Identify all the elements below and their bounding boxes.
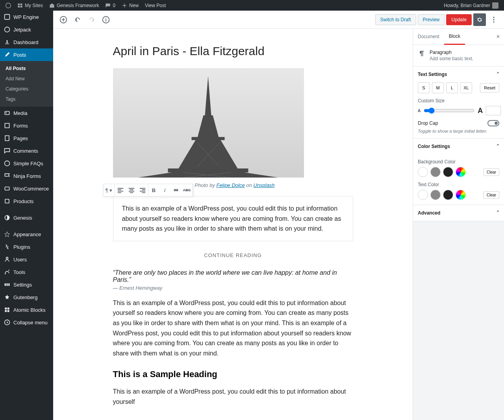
swatch-custom[interactable] xyxy=(456,167,466,177)
sidebar-sub-add-new[interactable]: Add New xyxy=(0,74,53,84)
custom-size-input[interactable] xyxy=(486,106,501,115)
menu-icon xyxy=(4,14,10,20)
sidebar-item-posts[interactable]: Posts xyxy=(0,48,53,61)
wp-logo[interactable] xyxy=(2,0,14,11)
sidebar-item-gutenberg[interactable]: Gutenberg xyxy=(0,291,53,303)
avatar xyxy=(492,2,498,9)
size-l-button[interactable]: L xyxy=(446,82,458,93)
sidebar-item-genesis[interactable]: Genesis xyxy=(0,211,53,224)
preview-button[interactable]: Preview xyxy=(418,14,445,25)
post-title[interactable]: April in Paris - Ella Fitzgerald xyxy=(113,44,353,58)
my-sites[interactable]: My Sites xyxy=(14,0,46,11)
switch-draft-button[interactable]: Switch to Draft xyxy=(375,14,416,25)
sidebar-item-collapse-menu[interactable]: Collapse menu xyxy=(0,316,53,329)
sidebar-sub-all-posts[interactable]: All Posts xyxy=(0,63,53,74)
caption-author-link[interactable]: Felipe Dolce xyxy=(216,182,245,188)
sidebar-item-dashboard[interactable]: Dashboard xyxy=(0,36,53,48)
link-button[interactable] xyxy=(170,184,182,196)
sidebar-sub-tags[interactable]: Tags xyxy=(0,94,53,104)
sidebar-item-plugins[interactable]: Plugins xyxy=(0,241,53,253)
sidebar-item-products[interactable]: Products xyxy=(0,195,53,207)
menu-icon xyxy=(4,244,10,250)
italic-button[interactable]: I xyxy=(159,184,170,196)
heading[interactable]: This is a Sample Heading xyxy=(113,369,353,379)
continue-reading[interactable]: CONTINUE READING xyxy=(113,252,353,258)
paragraph-block[interactable]: This is an example of a WordPress post, … xyxy=(113,196,353,241)
custom-size-label: Custom Size xyxy=(418,98,499,104)
swatch-gray[interactable] xyxy=(430,167,441,177)
paragraph[interactable]: This is an example of a WordPress post, … xyxy=(113,298,353,359)
sidebar-item-pages[interactable]: Pages xyxy=(0,132,53,144)
sidebar-item-media[interactable]: Media xyxy=(0,107,53,119)
chevron-up-icon: ˄ xyxy=(497,71,499,78)
menu-icon xyxy=(4,26,10,33)
sidebar-item-appearance[interactable]: Appearance xyxy=(0,228,53,241)
undo-button[interactable] xyxy=(71,13,84,26)
sidebar-item-atomic-blocks[interactable]: Atomic Blocks xyxy=(0,303,53,316)
align-right-button[interactable] xyxy=(137,184,148,196)
sidebar-sub-categories[interactable]: Categories xyxy=(0,84,53,94)
new-link[interactable]: New xyxy=(119,0,142,11)
caption-source-link[interactable]: Unsplash xyxy=(253,182,274,188)
sidebar-item-ninja-forms[interactable]: Ninja Forms xyxy=(0,170,53,182)
bg-clear-button[interactable]: Clear xyxy=(484,168,499,176)
size-m-button[interactable]: M xyxy=(432,82,444,93)
sidebar-item-settings[interactable]: Settings xyxy=(0,278,53,291)
svg-rect-8 xyxy=(5,136,9,141)
menu-icon xyxy=(4,39,10,45)
panel-text-settings[interactable]: Text Settings˄ xyxy=(413,67,504,82)
align-center-button[interactable] xyxy=(126,184,137,196)
sidebar-item-wp-engine[interactable]: WP Engine xyxy=(0,11,53,23)
panel-color-settings[interactable]: Color Settings˄ xyxy=(413,139,504,154)
update-button[interactable]: Update xyxy=(446,14,472,25)
paragraph[interactable]: This is an example of a WordPress post, … xyxy=(113,387,353,407)
add-block-button[interactable] xyxy=(57,13,70,26)
swatch-white[interactable] xyxy=(418,190,428,200)
featured-image[interactable] xyxy=(113,68,304,178)
comments-count: 0 xyxy=(113,3,115,8)
view-post-link[interactable]: View Post xyxy=(142,0,169,11)
text-clear-button[interactable]: Clear xyxy=(484,191,499,199)
comments-link[interactable]: 0 xyxy=(102,0,119,11)
custom-size-slider[interactable] xyxy=(424,107,474,114)
more-menu-button[interactable] xyxy=(487,13,500,26)
menu-icon xyxy=(4,122,10,129)
drop-cap-toggle[interactable] xyxy=(487,120,499,126)
swatch-black[interactable] xyxy=(443,167,453,177)
tab-document[interactable]: Document xyxy=(413,29,444,44)
large-a-icon: A xyxy=(478,107,483,115)
image-caption[interactable]: Photo by Felipe Dolce on Unsplash xyxy=(195,182,275,188)
block-type-button[interactable]: ¶ ▾ xyxy=(104,184,115,196)
sidebar-item-tools[interactable]: Tools xyxy=(0,266,53,278)
settings-toggle[interactable] xyxy=(473,13,486,26)
howdy[interactable]: Howdy, Brian Gardner xyxy=(441,0,502,11)
reset-size-button[interactable]: Reset xyxy=(480,83,499,93)
quote-text[interactable]: “There are only two places in the world … xyxy=(113,269,353,283)
sidebar-item-comments[interactable]: Comments xyxy=(0,144,53,157)
quote-citation[interactable]: — Ernest Hemingway xyxy=(113,285,353,291)
sidebar-item-forms[interactable]: Forms xyxy=(0,119,53,132)
swatch-custom[interactable] xyxy=(456,190,466,200)
inspector-sidebar: Document Block ✕ Paragraph Add some basi… xyxy=(413,29,504,420)
close-inspector-button[interactable]: ✕ xyxy=(492,30,504,43)
menu-icon xyxy=(4,256,10,263)
site-title-label: Genesis Framework xyxy=(57,3,99,8)
panel-advanced[interactable]: Advanced˅ xyxy=(413,205,504,221)
align-left-button[interactable] xyxy=(115,184,126,196)
sidebar-item-jetpack[interactable]: Jetpack xyxy=(0,23,53,36)
swatch-white[interactable] xyxy=(418,167,428,177)
info-button[interactable] xyxy=(100,13,112,26)
sidebar-item-woocommerce[interactable]: WooCommerce xyxy=(0,182,53,195)
swatch-gray[interactable] xyxy=(430,190,441,200)
site-link[interactable]: Genesis Framework xyxy=(46,0,102,11)
swatch-black[interactable] xyxy=(443,190,453,200)
size-s-button[interactable]: S xyxy=(418,82,430,93)
sidebar-item-simple-faqs[interactable]: Simple FAQs xyxy=(0,157,53,170)
sidebar-item-users[interactable]: Users xyxy=(0,253,53,266)
size-xl-button[interactable]: XL xyxy=(460,82,472,93)
svg-rect-19 xyxy=(7,310,9,312)
redo-button[interactable] xyxy=(85,13,98,26)
bold-button[interactable]: B xyxy=(148,184,159,196)
tab-block[interactable]: Block xyxy=(444,29,465,45)
strikethrough-button[interactable]: ABC xyxy=(182,184,193,196)
